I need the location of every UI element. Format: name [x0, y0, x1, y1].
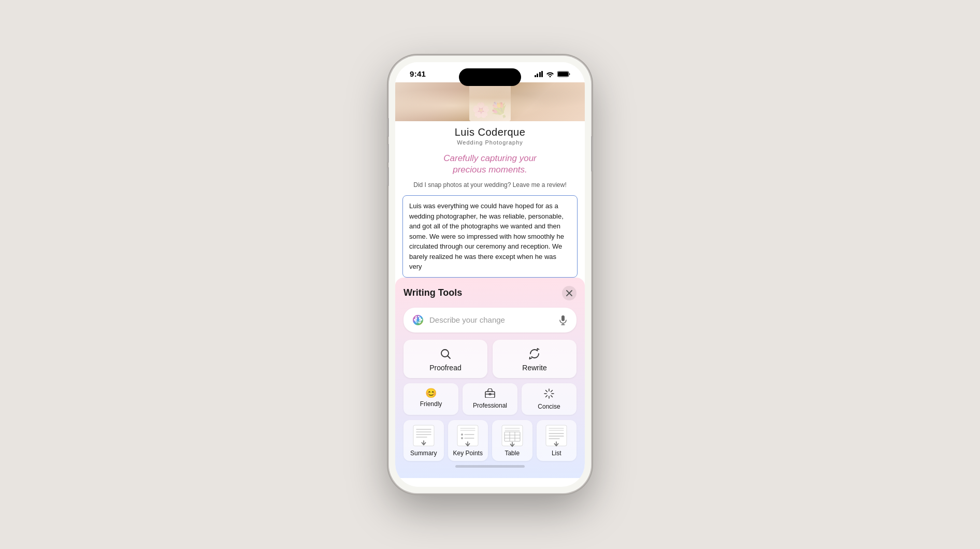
- key-points-button[interactable]: Key Points: [448, 420, 488, 461]
- svg-rect-1: [558, 72, 568, 76]
- proofread-icon: [439, 347, 452, 360]
- professional-button[interactable]: Professional: [463, 383, 517, 415]
- table-icon: [500, 424, 525, 447]
- svg-line-15: [551, 395, 553, 397]
- battery-icon: [557, 71, 570, 77]
- summary-button[interactable]: Summary: [403, 420, 444, 461]
- summary-label: Summary: [410, 450, 437, 457]
- website-content: 🌸💐 Luis Coderque Wedding Photography Car…: [395, 82, 585, 278]
- svg-line-14: [546, 390, 547, 392]
- close-button[interactable]: [562, 286, 577, 300]
- proofread-button[interactable]: Proofread: [403, 340, 487, 378]
- tone-row: 😊 Friendly Professional: [403, 383, 577, 415]
- key-points-icon: [455, 424, 480, 447]
- friendly-icon: 😊: [425, 388, 437, 398]
- close-icon: [566, 290, 572, 296]
- review-textarea[interactable]: Luis was everything we could have hoped …: [402, 195, 578, 278]
- panel-header: Writing Tools: [403, 286, 577, 300]
- home-indicator: [455, 465, 525, 468]
- ai-swirl-icon: [412, 314, 424, 326]
- wifi-icon: [546, 71, 554, 77]
- summary-icon: [411, 424, 436, 447]
- writing-tools-panel: Writing Tools: [395, 278, 585, 478]
- svg-line-6: [448, 356, 451, 358]
- concise-icon: [544, 388, 554, 400]
- describe-placeholder-text: Describe your change: [429, 315, 553, 324]
- proofread-label: Proofread: [429, 364, 461, 372]
- status-icons: [535, 71, 571, 77]
- status-bar: 9:41: [395, 62, 585, 82]
- microphone-icon[interactable]: [558, 315, 568, 325]
- key-points-label: Key Points: [453, 450, 483, 457]
- friendly-button[interactable]: 😊 Friendly: [403, 383, 458, 415]
- table-label: Table: [505, 450, 520, 457]
- panel-title: Writing Tools: [403, 287, 462, 298]
- site-title: Luis Coderque: [406, 126, 574, 138]
- table-button[interactable]: Table: [492, 420, 532, 461]
- describe-input-bar[interactable]: Describe your change: [403, 308, 577, 333]
- svg-line-16: [551, 390, 553, 392]
- review-prompt: Did I snap photos at your wedding? Leave…: [395, 178, 585, 193]
- list-button[interactable]: List: [537, 420, 577, 461]
- site-header: Luis Coderque Wedding Photography: [395, 121, 585, 149]
- svg-rect-2: [561, 315, 565, 321]
- dynamic-island: [459, 68, 521, 86]
- svg-point-27: [461, 434, 463, 436]
- site-subtitle: Wedding Photography: [406, 139, 574, 146]
- list-icon: [544, 424, 569, 447]
- list-label: List: [552, 450, 561, 457]
- phone-frame: 9:41 🌸💐: [389, 56, 591, 493]
- review-prompt-text: Did I snap photos at your wedding? Leave…: [413, 181, 567, 189]
- professional-label: Professional: [473, 402, 507, 409]
- phone-screen: 9:41 🌸💐: [395, 62, 585, 487]
- rewrite-label: Rewrite: [522, 364, 546, 372]
- signal-icon: [535, 71, 543, 77]
- rewrite-icon: [528, 347, 541, 360]
- svg-point-29: [461, 437, 463, 439]
- tagline-text: Carefully capturing yourprecious moments…: [411, 153, 569, 176]
- svg-line-17: [546, 395, 547, 397]
- friendly-label: Friendly: [420, 400, 442, 408]
- format-row: Summary Key Points: [403, 420, 577, 461]
- action-row: Proofread Rewrite: [403, 340, 577, 378]
- rewrite-button[interactable]: Rewrite: [493, 340, 577, 378]
- professional-icon: [485, 388, 495, 399]
- concise-button[interactable]: Concise: [522, 383, 577, 415]
- tagline-section: Carefully capturing yourprecious moments…: [395, 149, 585, 178]
- status-time: 9:41: [410, 69, 426, 78]
- review-text-content: Luis was everything we could have hoped …: [409, 201, 571, 272]
- hero-image: 🌸💐: [395, 82, 585, 121]
- concise-label: Concise: [538, 403, 560, 410]
